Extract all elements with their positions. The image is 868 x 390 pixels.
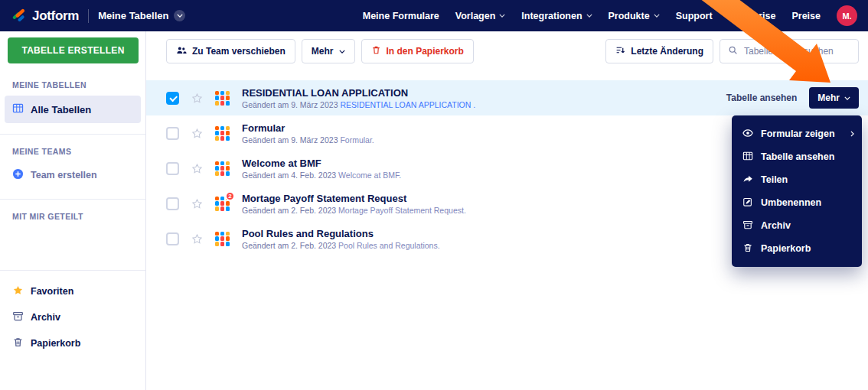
sidebar-section-shared: MIT MIR GETEILT xyxy=(0,200,145,227)
sidebar-item-team-erstellen[interactable]: Team erstellen xyxy=(0,162,145,188)
menu-item-tabelle-ansehen[interactable]: Tabelle ansehen xyxy=(732,145,862,168)
table-icon xyxy=(742,151,753,164)
nav-item-label: Support xyxy=(676,11,713,21)
nav-item-vorlagen[interactable]: Vorlagen xyxy=(455,11,506,21)
toolbar-more-button[interactable]: Mehr xyxy=(302,39,355,63)
star-icon[interactable] xyxy=(191,233,203,245)
main-content: Zu Team verschieben Mehr In den Papierko… xyxy=(146,31,868,390)
button-label: In den Papierkorb xyxy=(387,46,464,57)
row-more-menu: Formular zeigen Tabelle ansehen Teilen U… xyxy=(732,115,862,267)
nav-item-label: Enterprise xyxy=(729,11,776,21)
chevron-down-icon xyxy=(499,14,505,18)
nav-item-label: Meine Formulare xyxy=(363,11,439,21)
workspace-switcher[interactable]: Meine Tabellen xyxy=(98,10,185,21)
row-modified-text: Geändert am 9. März 2023 xyxy=(242,135,340,145)
menu-item-label: Archiv xyxy=(761,220,791,231)
search-input[interactable] xyxy=(744,46,850,57)
chevron-down-icon xyxy=(339,50,345,54)
table-grid-icon[interactable] xyxy=(215,91,230,106)
row-form-link[interactable]: Formular. xyxy=(340,135,374,145)
row-modified-text: Geändert am 2. Feb. 2023 xyxy=(242,241,338,250)
row-title[interactable]: Mortage Payoff Statement Request xyxy=(242,193,466,204)
sidebar-item-label: Favoriten xyxy=(31,286,73,297)
row-more-label: Mehr xyxy=(817,93,840,103)
button-label: Letzte Änderung xyxy=(631,46,703,57)
sort-button[interactable]: Letzte Änderung xyxy=(605,39,713,63)
row-title[interactable]: Welcome at BMF xyxy=(242,158,401,169)
nav-item-support[interactable]: Support xyxy=(676,11,713,21)
chevron-down-icon xyxy=(844,96,850,100)
table-grid-icon[interactable]: 2 xyxy=(215,197,230,211)
top-navbar: Jotform Meine Tabellen Meine Formulare V… xyxy=(0,0,868,31)
search-icon xyxy=(728,44,738,58)
row-title[interactable]: Pool Rules and Regulations xyxy=(242,228,440,239)
jotform-logo-text: Jotform xyxy=(32,8,79,24)
rename-icon xyxy=(742,197,753,210)
row-title[interactable]: RESIDENTIAL LOAN APPLICATION xyxy=(242,87,475,99)
star-icon xyxy=(12,284,24,298)
share-icon xyxy=(742,174,753,187)
row-modified-text: Geändert am 4. Feb. 2023 xyxy=(242,171,338,180)
create-table-button[interactable]: TABELLE ERSTELLEN xyxy=(8,37,139,63)
chevron-down-icon xyxy=(654,14,660,18)
sidebar-item-favoriten[interactable]: Favoriten xyxy=(0,278,145,304)
row-checkbox[interactable] xyxy=(166,127,179,140)
team-people-icon xyxy=(176,45,187,58)
trash-icon xyxy=(742,242,753,255)
menu-item-teilen[interactable]: Teilen xyxy=(732,168,862,191)
button-label: Zu Team verschieben xyxy=(192,46,286,57)
menu-item-label: Tabelle ansehen xyxy=(761,151,834,162)
nav-item-preise[interactable]: Preise xyxy=(791,11,821,21)
nav-item-enterprise[interactable]: Enterprise xyxy=(729,11,776,21)
star-icon[interactable] xyxy=(191,163,203,174)
sidebar-item-papierkorb[interactable]: Papierkorb xyxy=(0,330,145,356)
jotform-logo[interactable]: Jotform xyxy=(11,6,79,25)
move-to-trash-button[interactable]: In den Papierkorb xyxy=(361,39,474,63)
search-box xyxy=(720,39,859,63)
star-icon[interactable] xyxy=(191,128,203,139)
menu-item-papierkorb[interactable]: Papierkorb xyxy=(732,237,862,260)
row-modified-text: Geändert am 2. Feb. 2023 xyxy=(242,206,338,215)
nav-item-label: Integrationen xyxy=(521,11,582,21)
menu-item-label: Teilen xyxy=(761,174,788,185)
star-icon[interactable] xyxy=(191,93,203,104)
trash-icon xyxy=(371,45,381,57)
row-checkbox[interactable] xyxy=(166,162,179,175)
menu-item-label: Papierkorb xyxy=(761,243,811,254)
sidebar: TABELLE ERSTELLEN MEINE TABELLEN Alle Ta… xyxy=(0,31,146,390)
chevron-right-icon xyxy=(850,131,854,137)
row-form-link[interactable]: Mortage Payoff Statement Request. xyxy=(338,206,466,215)
menu-item-umbenennen[interactable]: Umbenennen xyxy=(732,191,862,214)
row-form-link[interactable]: Welcome at BMF. xyxy=(338,171,401,180)
row-checkbox[interactable] xyxy=(166,232,179,245)
row-checkbox[interactable] xyxy=(166,197,179,210)
sort-icon xyxy=(615,45,625,57)
table-grid-icon[interactable] xyxy=(215,232,230,246)
archive-icon xyxy=(12,310,24,324)
table-grid-icon[interactable] xyxy=(215,161,230,176)
shared-empty-space xyxy=(0,227,145,259)
toolbar: Zu Team verschieben Mehr In den Papierko… xyxy=(146,31,868,71)
user-avatar[interactable]: M. xyxy=(837,5,857,26)
move-to-team-button[interactable]: Zu Team verschieben xyxy=(166,39,295,63)
nav-item-meine-formulare[interactable]: Meine Formulare xyxy=(363,11,439,21)
sidebar-item-label: Archiv xyxy=(31,312,60,323)
row-more-button[interactable]: Mehr xyxy=(809,87,859,109)
table-icon xyxy=(12,102,24,116)
row-checkbox[interactable] xyxy=(166,92,179,105)
notification-badge: 2 xyxy=(225,191,235,201)
nav-item-produkte[interactable]: Produkte xyxy=(609,11,660,21)
row-title[interactable]: Formular xyxy=(242,122,374,134)
sidebar-item-alle-tabellen[interactable]: Alle Tabellen xyxy=(5,96,141,123)
row-form-link[interactable]: Pool Rules and Regulations. xyxy=(338,241,440,250)
view-table-link[interactable]: Tabelle ansehen xyxy=(726,93,797,103)
row-form-link[interactable]: RESIDENTIAL LOAN APPLICATION . xyxy=(340,100,475,109)
menu-item-formular-zeigen[interactable]: Formular zeigen xyxy=(732,122,862,145)
table-row[interactable]: RESIDENTIAL LOAN APPLICATION Geändert am… xyxy=(146,80,868,115)
nav-item-integrationen[interactable]: Integrationen xyxy=(521,11,592,21)
sidebar-section-my-tables: MEINE TABELLEN xyxy=(0,68,145,96)
menu-item-archiv[interactable]: Archiv xyxy=(732,214,862,237)
sidebar-item-archiv[interactable]: Archiv xyxy=(0,304,145,330)
table-grid-icon[interactable] xyxy=(215,126,230,141)
star-icon[interactable] xyxy=(191,198,203,210)
